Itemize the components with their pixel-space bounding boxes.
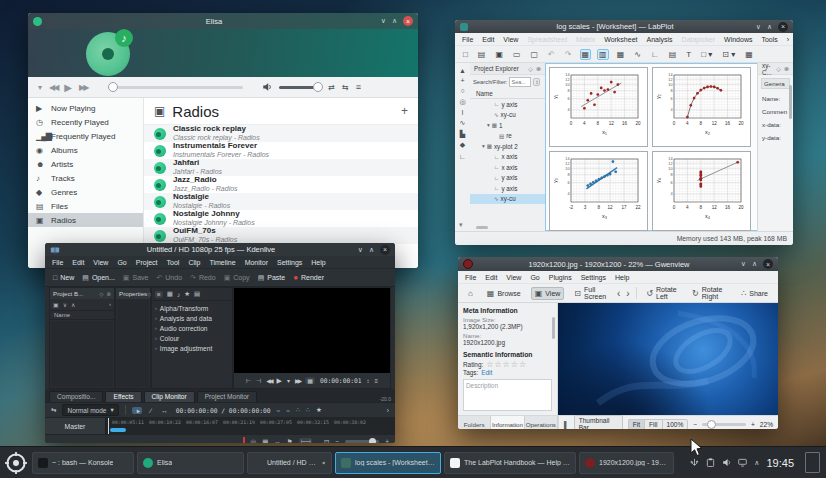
float-dock-icon[interactable]: ◇ [528, 65, 533, 72]
tools-overflow-icon[interactable]: ▾ [459, 221, 463, 229]
task-konsole[interactable]: ~ : bash — Konsole [32, 452, 134, 474]
zoom-slider[interactable] [702, 423, 746, 426]
volume-slider[interactable] [279, 86, 321, 89]
zoom-out-icon[interactable]: − [335, 438, 339, 443]
sidebar-toggle-icon[interactable]: ▌ [564, 421, 569, 428]
layout-button[interactable]: ▦ [743, 49, 755, 60]
tree-column-header[interactable]: Name [470, 89, 545, 99]
kdenlive-titlebar[interactable]: Untitled / HD 1080p 25 fps — Kdenlive ∨ … [45, 243, 395, 256]
tree-item-y-axis-2[interactable]: ∟ y axis [470, 183, 545, 194]
tab-project-monitor[interactable]: Project Monitor [197, 391, 257, 402]
menu-worksheet[interactable]: Worksheet [604, 36, 637, 43]
menu-item[interactable]: File [52, 259, 63, 266]
radio-list-item[interactable]: Jazz_Radio Jazz_Radio - Radios [144, 176, 418, 193]
shuffle-icon[interactable]: ⇄ [328, 83, 335, 92]
sidebar-item-albums[interactable]: ◉ Albums [28, 143, 143, 157]
open-button[interactable]: ▤ Open... [82, 274, 115, 281]
tab-operations[interactable]: Operations [525, 416, 558, 429]
print-preview-button[interactable]: ▢ [529, 49, 541, 60]
bin-overflow-icon[interactable]: › [109, 301, 111, 308]
audio-thumb-icon[interactable]: ≈ [286, 407, 290, 414]
maximize-button[interactable]: ∧ [767, 23, 772, 31]
add-radio-button[interactable]: + [401, 104, 408, 118]
radio-list-item[interactable]: Jahfari Jahfari - Radios [144, 159, 418, 176]
close-button[interactable]: × [763, 259, 773, 269]
effect-category-image-adjustment[interactable]: › Image adjustment [152, 343, 232, 353]
view-button[interactable]: ▣View [531, 287, 565, 300]
menu-item[interactable]: Help [615, 274, 629, 281]
effect-category-alpha-transform[interactable]: › Alpha/Transform [152, 303, 232, 313]
menu-item[interactable]: Settings [277, 259, 302, 266]
play-icon[interactable]: ▶ [277, 377, 282, 385]
clip-monitor[interactable]: ⊢ ⊣ ◀◀ ▶ ▾ ▶▶ ▦ 00:00:00:01 ↕ ≡ [233, 287, 391, 389]
open-project-button[interactable]: ▤ [476, 49, 488, 60]
close-button[interactable]: × [403, 16, 413, 26]
rotate-left-button[interactable]: ↺Rotate Left [642, 284, 682, 302]
menu-item[interactable]: Settings [581, 274, 606, 281]
timeline-zoombar[interactable] [110, 428, 126, 432]
add-legend-button[interactable]: ▤ [667, 49, 679, 60]
axis-tool[interactable]: ∟ [459, 153, 466, 160]
favorites-icon[interactable]: ★ [184, 290, 190, 298]
menu-matrix[interactable]: Matrix [576, 36, 595, 43]
sidebar-item-genres[interactable]: ◆ Genres [28, 185, 143, 199]
magnification-button[interactable]: ⊡ ▾ [720, 49, 737, 60]
crosshair-tool[interactable]: + [460, 77, 464, 84]
menu-item[interactable]: Edit [72, 259, 84, 266]
ellipse-tool[interactable]: ○ [460, 87, 464, 94]
sidebar-scrollbar[interactable] [552, 317, 555, 339]
close-dock-icon[interactable]: ⊗ [536, 65, 541, 72]
tree-expander-icon[interactable]: ▾ [482, 143, 485, 149]
image-view[interactable] [558, 303, 778, 415]
rotate-right-button[interactable]: ↻Rotate Right [688, 284, 731, 302]
home-button[interactable]: ⌂ [464, 287, 477, 300]
menu-item[interactable]: Go [117, 259, 126, 266]
menu-item[interactable]: File [465, 274, 476, 281]
tree-item-re[interactable]: ▤ re [470, 131, 545, 142]
selection-tool-button[interactable]: ▲ [132, 407, 142, 414]
forward-icon[interactable]: ▶▶ [295, 377, 300, 384]
tab-compositions[interactable]: Compositio... [49, 391, 103, 402]
menu-item[interactable]: Monitor [245, 259, 268, 266]
templates-icon[interactable]: ▤ [194, 290, 200, 298]
menu-item[interactable]: View [506, 274, 521, 281]
tab-effects[interactable]: Effects [105, 391, 141, 402]
timeline-ruler[interactable]: 00:00:05:1100:00:10:2200:00:16:0700:00:2… [106, 418, 395, 434]
task-labplot[interactable]: log scales - [Worksheet] — LabPlot [335, 452, 441, 474]
full-screen-button[interactable]: ⊡Full Screen [570, 284, 611, 302]
menu-item[interactable]: Tool [167, 259, 180, 266]
sidebar-item-artists[interactable]: ☻ Artists [28, 157, 143, 171]
timeline-timecode[interactable]: 00:00:00:00 / 00:00:00:00 [176, 407, 271, 414]
zoom-in-icon[interactable]: + [751, 421, 755, 428]
minimize-button[interactable]: ∨ [358, 246, 363, 254]
menu-edit[interactable]: Edit [482, 36, 494, 43]
sidebar-item-frequently-played[interactable]: ▁▄▇ Frequently Played [28, 129, 143, 143]
expand-icon[interactable]: › [155, 335, 157, 341]
audio-effects-icon[interactable]: ♪ [177, 291, 180, 298]
expand-icon[interactable]: › [155, 305, 157, 311]
scatter-tool[interactable]: ◆ [460, 141, 465, 149]
redo-button[interactable]: ↷ Redo [190, 274, 216, 281]
tab-clip-monitor[interactable]: Clip Monitor [144, 391, 195, 402]
share-button[interactable]: ∴Share [737, 287, 772, 300]
maximize-button[interactable]: ∧ [392, 17, 397, 25]
bin-column-header[interactable]: Name [50, 311, 114, 320]
copy-button[interactable]: ▣ Copy [224, 274, 250, 281]
maximize-button[interactable]: ∧ [752, 260, 757, 268]
bin-down-icon[interactable]: ∨ [63, 301, 67, 308]
toolbar-overflow-icon[interactable]: › [387, 407, 389, 414]
sidebar-item-files[interactable]: ▤ Files [28, 199, 143, 213]
next-icon[interactable]: › [626, 288, 629, 299]
fit-zoom-icon[interactable]: ⊡ [324, 438, 329, 444]
effect-category-audio-correction[interactable]: › Audio correction [152, 323, 232, 333]
monitor-menu-icon[interactable]: ≡ [375, 378, 379, 384]
close-dock-icon[interactable]: ⊗ [106, 291, 111, 297]
skip-forward-button[interactable]: ▶▶ [79, 83, 87, 92]
radio-list-item[interactable]: Nostalgie Nostalgie - Radios [144, 193, 418, 210]
radio-list-item[interactable]: Classic rock replay Classic rock replay … [144, 125, 418, 142]
plot-3[interactable]: 468101214-238121722x₃y₃ [549, 151, 648, 231]
progress-slider[interactable] [108, 86, 243, 89]
menu-item[interactable]: Timeline [209, 259, 235, 266]
menu-item[interactable]: Edit [485, 274, 497, 281]
bin-up-icon[interactable]: ∧ [71, 301, 75, 308]
